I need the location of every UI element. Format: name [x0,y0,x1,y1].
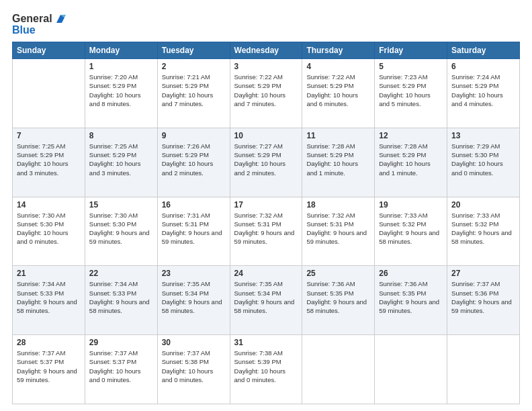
day-number: 24 [234,269,298,278]
day-info: Sunrise: 7:33 AM Sunset: 5:32 PM Dayligh… [451,211,515,246]
calendar-cell: 26Sunrise: 7:36 AM Sunset: 5:35 PM Dayli… [375,266,447,335]
calendar-cell: 21Sunrise: 7:34 AM Sunset: 5:33 PM Dayli… [13,266,85,335]
day-number: 2 [162,62,226,71]
day-number: 4 [306,62,370,71]
day-info: Sunrise: 7:37 AM Sunset: 5:37 PM Dayligh… [17,349,81,384]
calendar-cell: 3Sunrise: 7:22 AM Sunset: 5:29 PM Daylig… [230,59,302,128]
day-info: Sunrise: 7:25 AM Sunset: 5:29 PM Dayligh… [89,142,153,177]
day-info: Sunrise: 7:28 AM Sunset: 5:29 PM Dayligh… [306,142,370,177]
calendar-table: SundayMondayTuesdayWednesdayThursdayFrid… [12,42,520,404]
day-number: 14 [17,200,81,210]
day-info: Sunrise: 7:32 AM Sunset: 5:31 PM Dayligh… [306,211,370,246]
calendar-cell: 15Sunrise: 7:30 AM Sunset: 5:30 PM Dayli… [85,197,157,266]
calendar-week-5: 28Sunrise: 7:37 AM Sunset: 5:37 PM Dayli… [13,335,520,404]
calendar-cell [375,335,447,404]
day-number: 27 [451,269,515,278]
day-number: 8 [89,131,153,140]
calendar-cell: 6Sunrise: 7:24 AM Sunset: 5:29 PM Daylig… [447,59,520,128]
weekday-friday: Friday [375,42,447,59]
day-info: Sunrise: 7:34 AM Sunset: 5:33 PM Dayligh… [17,279,81,315]
calendar-week-3: 14Sunrise: 7:30 AM Sunset: 5:30 PM Dayli… [13,197,520,266]
day-info: Sunrise: 7:32 AM Sunset: 5:31 PM Dayligh… [234,211,298,246]
day-info: Sunrise: 7:27 AM Sunset: 5:29 PM Dayligh… [234,142,298,177]
day-info: Sunrise: 7:21 AM Sunset: 5:29 PM Dayligh… [162,73,226,108]
day-info: Sunrise: 7:22 AM Sunset: 5:29 PM Dayligh… [234,73,298,108]
day-info: Sunrise: 7:35 AM Sunset: 5:34 PM Dayligh… [162,279,226,315]
day-number: 22 [89,269,153,278]
header: General Blue [12,12,520,36]
logo-blue: Blue [12,24,36,36]
calendar-cell: 28Sunrise: 7:37 AM Sunset: 5:37 PM Dayli… [13,335,85,404]
calendar-cell: 7Sunrise: 7:25 AM Sunset: 5:29 PM Daylig… [13,128,85,197]
day-number: 5 [379,62,443,71]
logo: General Blue [12,12,67,36]
logo-icon [54,12,67,26]
weekday-header-row: SundayMondayTuesdayWednesdayThursdayFrid… [13,42,520,59]
day-info: Sunrise: 7:24 AM Sunset: 5:29 PM Dayligh… [451,73,515,108]
day-number: 28 [17,338,81,347]
day-info: Sunrise: 7:30 AM Sunset: 5:30 PM Dayligh… [89,211,153,246]
calendar-week-4: 21Sunrise: 7:34 AM Sunset: 5:33 PM Dayli… [13,266,520,335]
day-number: 21 [17,269,81,278]
day-info: Sunrise: 7:26 AM Sunset: 5:29 PM Dayligh… [162,142,226,177]
calendar-cell: 19Sunrise: 7:33 AM Sunset: 5:32 PM Dayli… [375,197,447,266]
day-info: Sunrise: 7:36 AM Sunset: 5:35 PM Dayligh… [379,279,443,315]
day-info: Sunrise: 7:38 AM Sunset: 5:39 PM Dayligh… [234,349,298,384]
weekday-wednesday: Wednesday [230,42,302,59]
calendar-week-2: 7Sunrise: 7:25 AM Sunset: 5:29 PM Daylig… [13,128,520,197]
day-number: 11 [306,131,370,140]
day-info: Sunrise: 7:20 AM Sunset: 5:29 PM Dayligh… [89,73,153,108]
calendar-cell: 10Sunrise: 7:27 AM Sunset: 5:29 PM Dayli… [230,128,302,197]
day-number: 16 [162,200,226,210]
day-number: 25 [306,269,370,278]
calendar-cell: 9Sunrise: 7:26 AM Sunset: 5:29 PM Daylig… [157,128,230,197]
calendar-cell: 16Sunrise: 7:31 AM Sunset: 5:31 PM Dayli… [157,197,230,266]
calendar-cell: 27Sunrise: 7:37 AM Sunset: 5:36 PM Dayli… [447,266,520,335]
weekday-sunday: Sunday [13,42,85,59]
day-info: Sunrise: 7:33 AM Sunset: 5:32 PM Dayligh… [379,211,443,246]
day-info: Sunrise: 7:29 AM Sunset: 5:30 PM Dayligh… [451,142,515,177]
day-info: Sunrise: 7:37 AM Sunset: 5:37 PM Dayligh… [89,349,153,384]
day-number: 1 [89,62,153,71]
day-info: Sunrise: 7:35 AM Sunset: 5:34 PM Dayligh… [234,279,298,315]
day-number: 3 [234,62,298,71]
calendar-cell: 25Sunrise: 7:36 AM Sunset: 5:35 PM Dayli… [302,266,375,335]
day-number: 20 [451,200,515,210]
calendar-cell: 23Sunrise: 7:35 AM Sunset: 5:34 PM Dayli… [157,266,230,335]
weekday-monday: Monday [85,42,157,59]
weekday-tuesday: Tuesday [157,42,230,59]
calendar-cell: 12Sunrise: 7:28 AM Sunset: 5:29 PM Dayli… [375,128,447,197]
weekday-saturday: Saturday [447,42,520,59]
day-number: 9 [162,131,226,140]
day-number: 17 [234,200,298,210]
day-number: 7 [17,131,81,140]
day-info: Sunrise: 7:36 AM Sunset: 5:35 PM Dayligh… [306,279,370,315]
calendar-cell: 18Sunrise: 7:32 AM Sunset: 5:31 PM Dayli… [302,197,375,266]
calendar-week-1: 1Sunrise: 7:20 AM Sunset: 5:29 PM Daylig… [13,59,520,128]
day-number: 6 [451,62,515,71]
calendar-cell: 5Sunrise: 7:23 AM Sunset: 5:29 PM Daylig… [375,59,447,128]
calendar-cell: 22Sunrise: 7:34 AM Sunset: 5:33 PM Dayli… [85,266,157,335]
day-info: Sunrise: 7:28 AM Sunset: 5:29 PM Dayligh… [379,142,443,177]
day-number: 23 [162,269,226,278]
day-info: Sunrise: 7:37 AM Sunset: 5:36 PM Dayligh… [451,279,515,315]
calendar-cell [447,335,520,404]
day-number: 19 [379,200,443,210]
day-info: Sunrise: 7:34 AM Sunset: 5:33 PM Dayligh… [89,279,153,315]
calendar-cell: 17Sunrise: 7:32 AM Sunset: 5:31 PM Dayli… [230,197,302,266]
calendar-cell: 11Sunrise: 7:28 AM Sunset: 5:29 PM Dayli… [302,128,375,197]
day-number: 26 [379,269,443,278]
calendar-cell: 20Sunrise: 7:33 AM Sunset: 5:32 PM Dayli… [447,197,520,266]
day-info: Sunrise: 7:25 AM Sunset: 5:29 PM Dayligh… [17,142,81,177]
calendar-cell: 29Sunrise: 7:37 AM Sunset: 5:37 PM Dayli… [85,335,157,404]
day-number: 29 [89,338,153,347]
weekday-thursday: Thursday [302,42,375,59]
calendar-cell: 8Sunrise: 7:25 AM Sunset: 5:29 PM Daylig… [85,128,157,197]
day-number: 12 [379,131,443,140]
calendar-cell: 30Sunrise: 7:37 AM Sunset: 5:38 PM Dayli… [157,335,230,404]
calendar-cell: 14Sunrise: 7:30 AM Sunset: 5:30 PM Dayli… [13,197,85,266]
calendar-cell [13,59,85,128]
calendar-cell: 13Sunrise: 7:29 AM Sunset: 5:30 PM Dayli… [447,128,520,197]
day-number: 18 [306,200,370,210]
day-number: 15 [89,200,153,210]
